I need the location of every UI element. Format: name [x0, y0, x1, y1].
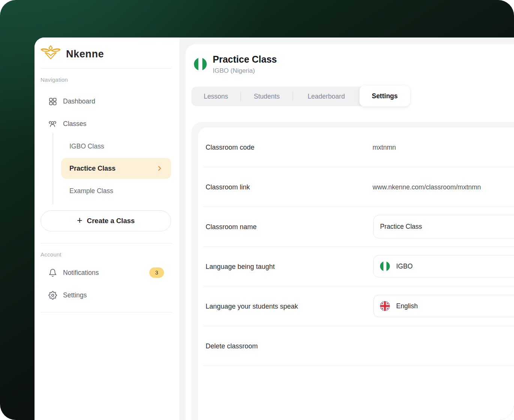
page-frame: Nkenne Navigation Dashboard Cla: [0, 0, 514, 420]
sidebar-class-label: Practice Class: [69, 165, 116, 172]
classroom-code-value: mxtnmn: [373, 144, 396, 152]
settings-container: Classroom code mxtnmn Classroom link www…: [191, 122, 514, 420]
navigation-section-label: Navigation: [41, 76, 68, 83]
settings-card: Classroom code mxtnmn Classroom link www…: [198, 128, 514, 420]
tab-students[interactable]: Students: [241, 87, 293, 106]
classroom-name-input[interactable]: [373, 215, 514, 238]
classroom-name-row: Classroom name: [198, 207, 514, 247]
sidebar: Nkenne Navigation Dashboard Cla: [35, 38, 179, 420]
sidebar-item-label: Dashboard: [63, 98, 95, 105]
bell-icon: [48, 268, 57, 277]
page-subtitle: IGBO (Nigeria): [213, 67, 255, 75]
sidebar-item-label: Classes: [63, 120, 86, 128]
sidebar-item-classes[interactable]: Classes: [41, 115, 172, 132]
sidebar-class-igbo[interactable]: IGBO Class: [69, 138, 104, 155]
sidebar-item-dashboard[interactable]: Dashboard: [41, 93, 172, 110]
uk-flag-icon: [380, 301, 390, 311]
language-spoken-select[interactable]: English: [373, 295, 514, 317]
chevron-right-icon: [156, 165, 163, 172]
plus-icon: +: [77, 216, 83, 225]
class-list-connector-line: [53, 133, 53, 204]
sidebar-item-label: Settings: [63, 291, 87, 299]
classroom-link-row: Classroom link www.nkenne.com/classroom/…: [198, 167, 514, 207]
classroom-code-label: Classroom code: [206, 144, 254, 152]
sidebar-divider: [41, 312, 172, 312]
tab-lessons[interactable]: Lessons: [191, 87, 240, 106]
brand-name: Nkenne: [66, 48, 104, 60]
delete-classroom-label: Delete classroom: [206, 342, 258, 350]
language-taught-select[interactable]: IGBO: [373, 255, 514, 278]
gear-icon: [48, 291, 57, 300]
delete-classroom-row[interactable]: Delete classroom: [198, 326, 514, 366]
notifications-badge: 3: [149, 267, 164, 278]
language-spoken-label: Language your students speak: [206, 303, 298, 310]
classroom-link-label: Classroom link: [206, 183, 250, 191]
nigeria-flag-icon: [194, 58, 207, 70]
classroom-code-row: Classroom code mxtnmn: [198, 128, 514, 167]
sidebar-divider: [41, 243, 172, 243]
classroom-link-value: www.nkenne.com/classroom/mxtnmn: [373, 183, 481, 191]
page-title: Practice Class: [213, 54, 277, 65]
dashboard-grid-icon: [48, 97, 57, 106]
language-taught-label: Language being taught: [206, 263, 275, 271]
language-taught-row: Language being taught: [198, 247, 514, 286]
sidebar-divider: [41, 68, 172, 69]
sidebar-item-settings[interactable]: Settings: [41, 286, 172, 304]
sidebar-item-label: Notifications: [63, 269, 99, 277]
tab-settings[interactable]: Settings: [359, 86, 410, 106]
language-taught-value: IGBO: [396, 262, 413, 270]
tab-bar: Lessons Students Leaderboard Settings: [191, 87, 410, 106]
account-section-label: Account: [41, 251, 62, 258]
nigeria-flag-icon: [380, 261, 390, 271]
main-panel: Practice Class IGBO (Nigeria) Lessons St…: [186, 44, 514, 420]
language-spoken-row: Language your students speak: [198, 286, 514, 326]
create-class-label: Create a Class: [87, 217, 135, 225]
language-spoken-value: English: [396, 302, 418, 310]
classroom-name-label: Classroom name: [206, 223, 257, 231]
sidebar-class-practice-active[interactable]: Practice Class: [61, 158, 171, 179]
create-class-button[interactable]: + Create a Class: [41, 210, 171, 231]
tab-leaderboard[interactable]: Leaderboard: [293, 87, 359, 106]
classes-people-icon: [48, 119, 57, 128]
nkenne-wings-logo-icon: [41, 45, 61, 61]
sidebar-class-example[interactable]: Example Class: [69, 182, 113, 200]
